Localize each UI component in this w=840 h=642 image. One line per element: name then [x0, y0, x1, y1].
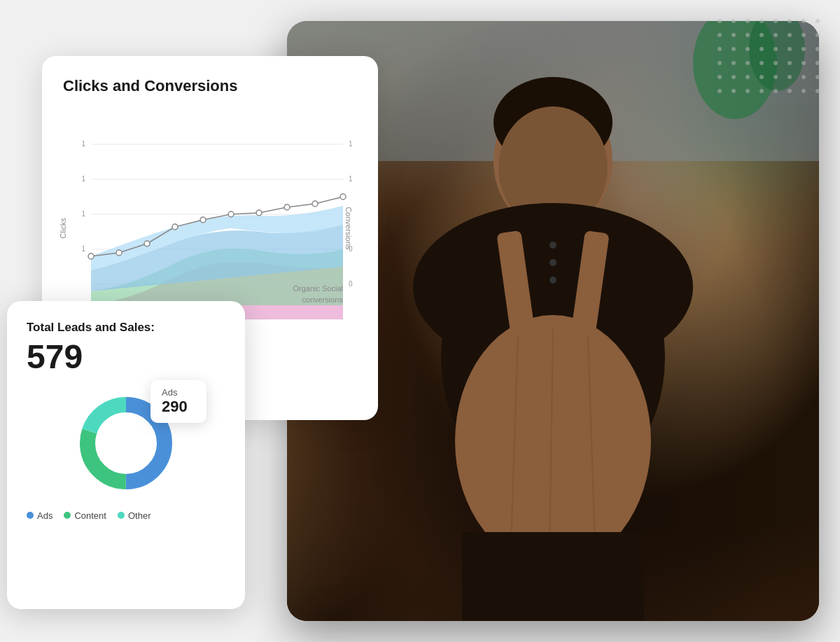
svg-point-94 — [816, 89, 820, 93]
svg-point-80 — [732, 75, 736, 79]
tooltip-value: 290 — [162, 398, 195, 416]
svg-point-39 — [228, 211, 234, 217]
svg-point-63 — [718, 47, 722, 51]
svg-point-54 — [816, 19, 820, 23]
leads-card-title: Total Leads and Sales: — [27, 321, 225, 335]
svg-point-74 — [760, 61, 764, 65]
svg-point-47 — [718, 19, 722, 23]
svg-point-37 — [172, 224, 178, 230]
svg-point-70 — [816, 47, 820, 51]
svg-point-87 — [718, 89, 722, 93]
chart-legend: Ads Content Other — [27, 510, 225, 521]
svg-point-62 — [816, 33, 820, 37]
y-axis-right-label: Conversions — [344, 207, 352, 249]
svg-point-17 — [550, 259, 556, 266]
svg-point-64 — [732, 47, 736, 51]
legend-item-ads: Ads — [27, 510, 52, 521]
svg-point-66 — [760, 47, 764, 51]
svg-point-60 — [788, 33, 792, 37]
svg-point-40 — [256, 210, 262, 216]
svg-point-56 — [732, 33, 736, 37]
svg-point-92 — [788, 89, 792, 93]
svg-text:1: 1 — [349, 140, 353, 148]
y-axis-left-label: Clicks — [59, 218, 67, 238]
svg-point-36 — [144, 241, 150, 246]
svg-point-48 — [732, 19, 736, 23]
svg-point-82 — [760, 75, 764, 79]
leads-total-number: 579 — [27, 339, 225, 376]
legend-label-ads: Ads — [37, 510, 52, 521]
svg-point-93 — [802, 89, 806, 93]
svg-text:1: 1 — [81, 210, 85, 218]
svg-rect-19 — [462, 532, 644, 621]
svg-point-71 — [718, 61, 722, 65]
svg-point-16 — [550, 242, 556, 249]
svg-point-51 — [774, 19, 778, 23]
svg-point-90 — [760, 89, 764, 93]
svg-point-38 — [200, 217, 206, 223]
svg-point-84 — [788, 75, 792, 79]
svg-point-77 — [802, 61, 806, 65]
svg-point-65 — [746, 47, 750, 51]
svg-point-76 — [788, 61, 792, 65]
svg-point-78 — [816, 61, 820, 65]
svg-point-69 — [802, 47, 806, 51]
svg-point-91 — [774, 89, 778, 93]
svg-point-18 — [550, 277, 556, 284]
svg-text:1: 1 — [349, 175, 353, 183]
dots-svg — [713, 14, 825, 98]
svg-point-81 — [746, 75, 750, 79]
svg-point-58 — [760, 33, 764, 37]
svg-point-61 — [802, 33, 806, 37]
svg-point-42 — [312, 201, 318, 207]
donut-chart-container: Ads 290 — [70, 387, 182, 499]
svg-point-85 — [802, 75, 806, 79]
donut-tooltip: Ads 290 — [150, 380, 206, 423]
legend-dot-content — [64, 512, 71, 519]
svg-point-43 — [340, 194, 346, 200]
leads-sales-card: Total Leads and Sales: 579 Ads 290 Ads — [7, 301, 245, 609]
svg-point-73 — [746, 61, 750, 65]
tooltip-label: Ads — [162, 387, 195, 398]
svg-text:0: 0 — [349, 280, 353, 288]
svg-point-53 — [802, 19, 806, 23]
svg-point-59 — [774, 33, 778, 37]
svg-text:1: 1 — [81, 245, 85, 253]
svg-point-88 — [732, 89, 736, 93]
svg-point-68 — [788, 47, 792, 51]
legend-label-other: Other — [128, 510, 151, 521]
organic-social-label: Organic Social conversions — [293, 284, 343, 305]
svg-text:1: 1 — [81, 175, 85, 183]
svg-point-50 — [760, 19, 764, 23]
legend-label-content: Content — [74, 510, 106, 521]
svg-point-49 — [746, 19, 750, 23]
svg-text:1: 1 — [81, 140, 85, 148]
svg-point-79 — [718, 75, 722, 79]
svg-point-83 — [774, 75, 778, 79]
svg-point-67 — [774, 47, 778, 51]
legend-item-other: Other — [118, 510, 151, 521]
svg-point-57 — [746, 33, 750, 37]
svg-point-52 — [788, 19, 792, 23]
svg-point-35 — [116, 250, 122, 256]
clicks-card-title: Clicks and Conversions — [63, 77, 357, 95]
svg-point-89 — [746, 89, 750, 93]
svg-point-41 — [284, 204, 290, 210]
legend-item-content: Content — [64, 510, 106, 521]
legend-dot-other — [118, 512, 125, 519]
legend-dot-ads — [27, 512, 34, 519]
svg-point-55 — [718, 33, 722, 37]
svg-point-75 — [774, 61, 778, 65]
dots-decoration-grid — [713, 14, 825, 101]
svg-point-86 — [816, 75, 820, 79]
svg-point-34 — [88, 253, 94, 259]
svg-point-72 — [732, 61, 736, 65]
